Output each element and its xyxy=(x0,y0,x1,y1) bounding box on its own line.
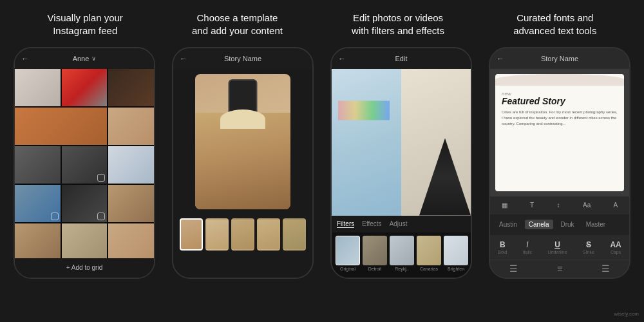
feed-grid xyxy=(15,69,154,258)
add-to-grid-bar[interactable]: + Add to grid xyxy=(15,258,154,278)
feed-cell-8[interactable] xyxy=(108,146,154,184)
filter-label-canarias: Canarias xyxy=(420,267,438,271)
align-left-icon[interactable]: ☰ xyxy=(509,263,518,274)
format-row: B Bold I Italic U Underline S Strike AA xyxy=(490,235,629,260)
filter-img-bright xyxy=(444,236,468,265)
thumb-3[interactable] xyxy=(231,218,254,251)
underline-char: U xyxy=(554,240,560,249)
italic-label: Italic xyxy=(523,250,532,254)
feed-cell-4[interactable] xyxy=(15,108,107,145)
feed-cell-2[interactable] xyxy=(62,69,108,106)
thumb-4[interactable] xyxy=(257,218,280,251)
align-row: ☰ ≡ ☰ xyxy=(490,260,629,278)
tool-arrow-icon[interactable]: ↕ xyxy=(554,200,563,210)
align-right-icon[interactable]: ☰ xyxy=(601,263,610,274)
feed-cell-7[interactable] xyxy=(62,146,108,184)
font-austin[interactable]: Austin xyxy=(495,220,521,229)
text-story-name: Story Name xyxy=(541,55,578,62)
filter-original[interactable]: Original xyxy=(336,236,360,274)
dropdown-icon[interactable]: ∨ xyxy=(91,55,96,62)
header-line2-2: and add your content xyxy=(192,25,283,36)
strike-char: S xyxy=(586,240,591,249)
format-underline[interactable]: U Underline xyxy=(548,240,567,254)
thumb-5[interactable] xyxy=(283,218,306,251)
story-canvas[interactable] xyxy=(195,74,290,209)
filter-label-bright: Brighten xyxy=(448,267,464,271)
font-canela[interactable]: Canela xyxy=(525,220,553,229)
header-item-2: Choose a template and add your content xyxy=(192,12,283,38)
header-item-4: Curated fonts and advanced text tools xyxy=(513,12,596,38)
format-bold[interactable]: B Bold xyxy=(498,240,507,254)
watermark: wisely.com xyxy=(614,311,639,317)
header-line2-4: advanced text tools xyxy=(513,25,596,36)
header-line1-4: Curated fonts and xyxy=(516,12,593,23)
format-italic[interactable]: I Italic xyxy=(523,240,532,254)
filter-reykj[interactable]: Reykj.. xyxy=(390,236,414,274)
tab-adjust[interactable]: Adjust xyxy=(390,220,408,227)
filter-preview xyxy=(332,69,471,216)
caps-label: Caps xyxy=(611,250,621,254)
align-center-icon[interactable]: ≡ xyxy=(557,263,562,274)
story-body-text: Cities are full of inspiration. For my m… xyxy=(502,109,618,127)
feed-cell-13[interactable] xyxy=(62,223,108,258)
header-item-3: Edit photos or videos with filters and e… xyxy=(352,12,444,38)
story-canvas4: new Featured Story Cities are full of in… xyxy=(490,69,629,196)
feed-cell-11[interactable] xyxy=(108,185,154,222)
feed-cell-14[interactable] xyxy=(108,223,154,258)
template-topbar: ← Story Name xyxy=(173,48,312,69)
bold-char: B xyxy=(500,240,506,249)
header-line2-1: Instagram feed xyxy=(53,25,117,36)
filter-label-detroit: Detroit xyxy=(368,267,382,271)
font-druk[interactable]: Druk xyxy=(557,220,578,229)
panel-text: ← Story Name new Featured Story Cities a… xyxy=(489,47,630,279)
format-strike[interactable]: S Strike xyxy=(583,240,594,254)
thumb-2[interactable] xyxy=(205,218,229,251)
back-icon-3[interactable]: ← xyxy=(338,54,346,63)
thumb-1[interactable] xyxy=(180,218,203,251)
filter-label-original: Original xyxy=(340,267,355,271)
panel-template: ← Story Name xyxy=(172,47,314,279)
feed-cell-6[interactable] xyxy=(15,146,61,184)
filter-detroit[interactable]: Detroit xyxy=(363,236,387,274)
back-icon-4[interactable]: ← xyxy=(497,54,504,63)
story-paper: new Featured Story Cities are full of in… xyxy=(495,74,624,191)
tab-effects[interactable]: Effects xyxy=(362,220,381,227)
filter-bright[interactable]: Brighten xyxy=(444,236,468,274)
back-icon-2[interactable]: ← xyxy=(180,54,187,63)
header-item-1: Visually plan your Instagram feed xyxy=(48,12,123,38)
header-line1-3: Edit photos or videos xyxy=(353,12,443,23)
feed-cell-5[interactable] xyxy=(108,108,154,145)
tool-aa-icon[interactable]: Aa xyxy=(580,200,593,210)
strike-label: Strike xyxy=(583,250,594,254)
header-line1-2: Choose a template xyxy=(197,12,278,23)
tab-filters[interactable]: Filters xyxy=(337,220,354,228)
tool-text-icon[interactable]: T xyxy=(527,200,536,210)
filter-canarias[interactable]: Canarias xyxy=(417,236,441,274)
caps-char: AA xyxy=(610,240,621,249)
feed-cell-9[interactable] xyxy=(15,185,61,222)
back-icon[interactable]: ← xyxy=(21,54,29,63)
panel-feed: ← Anne ∨ xyxy=(14,47,155,279)
feed-cell-1[interactable] xyxy=(15,69,61,106)
font-master[interactable]: Master xyxy=(582,220,610,229)
font-selector: Austin Canela Druk Master xyxy=(490,214,629,235)
thumbnails-strip xyxy=(175,214,311,254)
text-topbar: ← Story Name xyxy=(490,48,629,69)
text-featured-story: Featured Story xyxy=(502,96,565,106)
filter-label-reykj: Reykj.. xyxy=(395,267,408,271)
username-label: Anne xyxy=(73,55,90,62)
rainbow-arc xyxy=(338,82,390,120)
tool-font-icon[interactable]: A xyxy=(611,200,621,210)
filters-topbar: ← Edit xyxy=(332,48,471,69)
feed-cell-10[interactable] xyxy=(62,185,108,222)
instagram-badge xyxy=(97,174,105,182)
header: Visually plan your Instagram feed Choose… xyxy=(0,0,644,47)
feed-cell-3[interactable] xyxy=(108,69,154,106)
add-to-grid-label: + Add to grid xyxy=(66,264,102,271)
header-line2-3: with filters and effects xyxy=(352,25,444,36)
instagram-badge-2 xyxy=(51,213,59,220)
format-caps[interactable]: AA Caps xyxy=(610,240,621,254)
feed-cell-12[interactable] xyxy=(15,223,61,258)
story-name-label: Story Name xyxy=(224,55,261,62)
tool-grid-icon[interactable]: ▦ xyxy=(499,200,510,210)
